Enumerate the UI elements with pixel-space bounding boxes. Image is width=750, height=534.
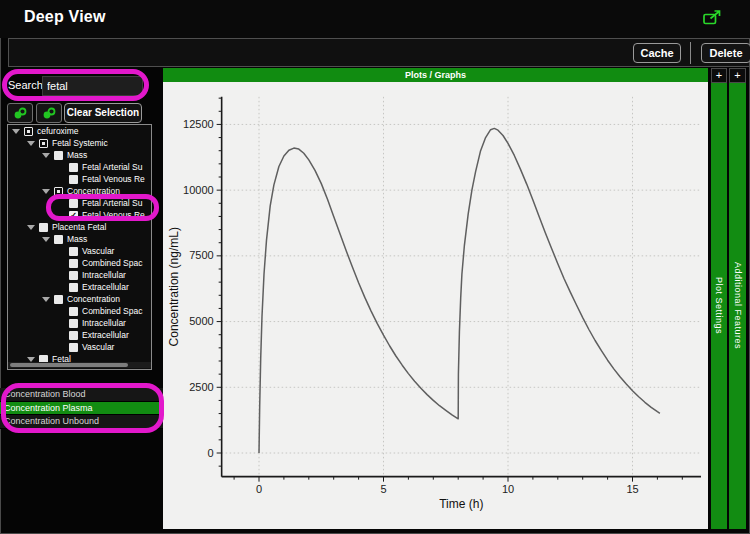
tree-item-label: Fetal Arterial Su — [82, 198, 142, 208]
expander-spacer — [57, 165, 65, 170]
expander-spacer — [57, 321, 65, 326]
tree-item-label: cefuroxime — [37, 126, 79, 136]
search-label: Search — [8, 79, 43, 91]
checkbox-unchecked[interactable] — [54, 151, 63, 160]
checkbox-unchecked[interactable] — [54, 295, 63, 304]
concentration-chart[interactable]: 05101502500500075001000012500Time (h)Con… — [163, 82, 708, 529]
window-title: Deep View — [24, 8, 106, 26]
additional-features-label: Additional Features — [733, 262, 743, 349]
green-tag-icon — [41, 107, 57, 120]
tree-item-placenta-fetal[interactable]: Placenta Fetal — [8, 221, 151, 233]
delete-button[interactable]: Delete — [701, 43, 750, 63]
x-tick-label: 15 — [626, 483, 638, 495]
checkbox-partial[interactable] — [39, 139, 48, 148]
tree-item-label: Extracellular — [82, 282, 129, 292]
checkbox-unchecked[interactable] — [69, 343, 78, 352]
list-item-concentration-unbound[interactable]: Concentration Unbound — [0, 415, 163, 429]
tree-item-cefuroxime[interactable]: cefuroxime — [8, 125, 151, 137]
expander-spacer — [57, 345, 65, 350]
tree-item-intracellular[interactable]: Intracellular — [8, 269, 151, 281]
checkbox-unchecked[interactable] — [69, 331, 78, 340]
tree-item-label: Concentration — [67, 186, 120, 196]
tree-item-mass[interactable]: Mass — [8, 233, 151, 245]
checkbox-unchecked[interactable] — [69, 271, 78, 280]
deselect-all-button[interactable] — [36, 103, 62, 123]
list-item-concentration-plasma[interactable]: Concentration Plasma — [0, 402, 163, 416]
tree-item-fetal-arterial-su[interactable]: Fetal Arterial Su — [8, 197, 151, 209]
expander-spacer — [57, 261, 65, 266]
tree-item-vascular[interactable]: Vascular — [8, 341, 151, 353]
tree-item-label: Placenta Fetal — [52, 222, 106, 232]
x-tick-label: 10 — [502, 483, 514, 495]
tree-item-extracellular[interactable]: Extracellular — [8, 281, 151, 293]
expand-arrow-icon[interactable] — [27, 357, 35, 362]
checkbox-unchecked[interactable] — [54, 235, 63, 244]
checkbox-unchecked[interactable] — [69, 175, 78, 184]
add-plot-button[interactable]: + — [711, 68, 727, 83]
tree-item-fetal-venous-re[interactable]: ✓Fetal Venous Re — [8, 209, 151, 221]
y-tick-label: 2500 — [189, 381, 213, 393]
tree-item-intracellular[interactable]: Intracellular — [8, 317, 151, 329]
clear-selection-button[interactable]: Clear Selection — [64, 103, 142, 123]
tree-item-label: Fetal Arterial Su — [82, 162, 142, 172]
checkbox-unchecked[interactable] — [69, 259, 78, 268]
tree-item-vascular[interactable]: Vascular — [8, 245, 151, 257]
checkbox-unchecked[interactable] — [39, 223, 48, 232]
checkbox-unchecked[interactable] — [69, 319, 78, 328]
plot-settings-label: Plot Settings — [714, 277, 724, 334]
checkbox-unchecked[interactable] — [69, 307, 78, 316]
tree-horizontal-scrollbar[interactable] — [8, 362, 151, 368]
list-item-concentration-blood[interactable]: Concentration Blood — [0, 388, 163, 402]
checkbox-unchecked[interactable] — [69, 163, 78, 172]
tab-additional-features[interactable]: Additional Features — [729, 83, 746, 529]
tree-item-fetal-systemic[interactable]: Fetal Systemic — [8, 137, 151, 149]
plots-graphs-header: Plots / Graphs — [163, 68, 708, 82]
variable-tree[interactable]: cefuroximeFetal SystemicMassFetal Arteri… — [7, 124, 152, 370]
expander-spacer — [57, 333, 65, 338]
expand-arrow-icon[interactable] — [12, 129, 20, 134]
tree-item-label: Vascular — [82, 342, 114, 352]
tree-item-fetal-venous-re[interactable]: Fetal Venous Re — [8, 173, 151, 185]
expander-spacer — [57, 273, 65, 278]
open-external-icon[interactable] — [703, 10, 722, 29]
tree-item-extracellular[interactable]: Extracellular — [8, 329, 151, 341]
tree-item-fetal-arterial-su[interactable]: Fetal Arterial Su — [8, 161, 151, 173]
select-all-button[interactable] — [7, 103, 33, 123]
title-bar: Deep View — [0, 0, 750, 38]
checkbox-unchecked[interactable] — [69, 283, 78, 292]
tree-item-concentration[interactable]: Concentration — [8, 293, 151, 305]
x-tick-label: 5 — [380, 483, 386, 495]
cache-button[interactable]: Cache — [633, 43, 681, 63]
tree-item-concentration[interactable]: Concentration — [8, 185, 151, 197]
expand-arrow-icon[interactable] — [42, 189, 50, 194]
additional-features-strip: + Additional Features — [729, 68, 746, 529]
expander-spacer — [57, 285, 65, 290]
green-tag-icon — [12, 107, 28, 120]
checkbox-partial[interactable] — [54, 187, 63, 196]
expander-spacer — [57, 201, 65, 206]
expander-spacer — [57, 309, 65, 314]
checkbox-partial[interactable] — [24, 127, 33, 136]
expand-arrow-icon[interactable] — [27, 225, 35, 230]
expand-arrow-icon[interactable] — [42, 237, 50, 242]
toolbar-divider — [690, 42, 691, 64]
tree-item-label: Concentration — [67, 294, 120, 304]
expand-arrow-icon[interactable] — [27, 141, 35, 146]
tree-item-combined-spac[interactable]: Combined Spac — [8, 305, 151, 317]
tree-item-combined-spac[interactable]: Combined Spac — [8, 257, 151, 269]
tree-item-mass[interactable]: Mass — [8, 149, 151, 161]
checkbox-checked[interactable]: ✓ — [69, 211, 78, 220]
x-axis-label: Time (h) — [439, 497, 483, 511]
expand-arrow-icon[interactable] — [42, 153, 50, 158]
toolbar: Cache Delete — [8, 38, 750, 67]
tree-item-label: Combined Spac — [82, 258, 142, 268]
scrollbar-thumb[interactable] — [10, 363, 128, 367]
tree-item-label: Intracellular — [82, 318, 126, 328]
tab-plot-settings[interactable]: Plot Settings — [711, 83, 727, 529]
checkbox-unchecked[interactable] — [69, 199, 78, 208]
search-input[interactable] — [42, 76, 143, 96]
tree-item-label: Extracellular — [82, 330, 129, 340]
add-feature-button[interactable]: + — [729, 68, 746, 83]
expand-arrow-icon[interactable] — [42, 297, 50, 302]
checkbox-unchecked[interactable] — [69, 247, 78, 256]
